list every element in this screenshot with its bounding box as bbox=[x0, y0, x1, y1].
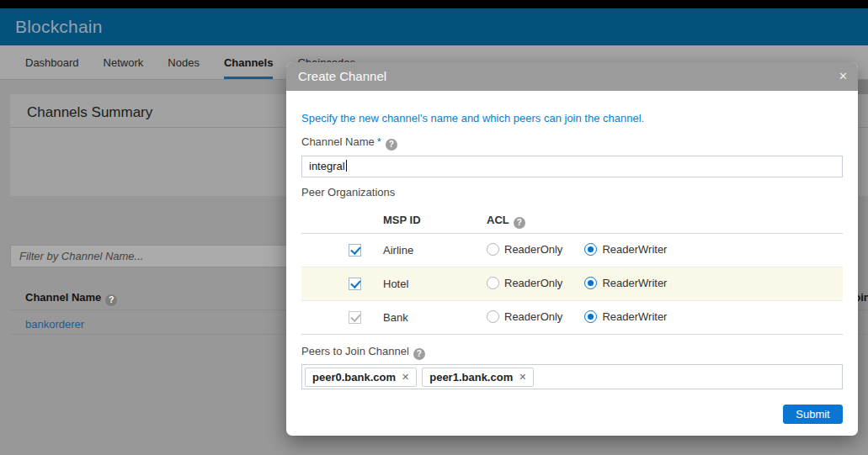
org-msp-label: Hotel bbox=[383, 278, 408, 290]
radio-readeronly[interactable] bbox=[487, 277, 499, 289]
create-channel-dialog: Create Channel ✕ Specify the new channel… bbox=[286, 62, 858, 436]
channel-name-value: integral bbox=[309, 160, 345, 172]
tab-dashboard[interactable]: Dashboard bbox=[25, 45, 79, 79]
column-header-msp-id: MSP ID bbox=[383, 214, 421, 226]
peer-tag: peer0.bank.com ✕ bbox=[305, 368, 417, 387]
tab-network[interactable]: Network bbox=[104, 45, 144, 79]
close-icon[interactable]: ✕ bbox=[839, 62, 848, 91]
peer-tag-label: peer0.bank.com bbox=[312, 371, 396, 384]
browser-top-strip bbox=[0, 0, 868, 8]
column-header-acl: ACL? bbox=[487, 214, 525, 229]
peer-organizations-table: MSP ID ACL? Airline ReaderOnly ReaderWri… bbox=[301, 209, 843, 335]
peers-to-join-label: Peers to Join Channel bbox=[301, 345, 409, 357]
org-row-hotel: Hotel ReaderOnly ReaderWriter bbox=[301, 267, 843, 301]
peer-tag: peer1.bank.com ✕ bbox=[422, 368, 534, 387]
org-table-header: MSP ID ACL? bbox=[301, 209, 843, 234]
help-icon[interactable]: ? bbox=[386, 139, 397, 151]
channel-name-label-row: Channel Name*? bbox=[301, 135, 843, 151]
app-header: Blockchain bbox=[0, 8, 868, 45]
peers-to-join-label-row: Peers to Join Channel? bbox=[301, 345, 843, 360]
channel-name-label: Channel Name bbox=[301, 135, 375, 148]
org-row-airline: Airline ReaderOnly ReaderWriter bbox=[301, 234, 843, 267]
peers-to-join-input[interactable]: peer0.bank.com ✕ peer1.bank.com ✕ bbox=[301, 364, 843, 389]
channel-link-bankorderer[interactable]: bankorderer bbox=[25, 318, 84, 331]
dialog-body: Specify the new channel's name and which… bbox=[286, 91, 858, 436]
org-checkbox-hotel[interactable] bbox=[349, 278, 361, 290]
peer-organizations-label: Peer Organizations bbox=[301, 186, 843, 198]
radio-readeronly[interactable] bbox=[487, 310, 499, 323]
app-title: Blockchain bbox=[15, 8, 103, 45]
submit-button[interactable]: Submit bbox=[783, 405, 843, 424]
org-msp-label: Airline bbox=[383, 244, 413, 257]
org-checkbox-airline[interactable] bbox=[349, 244, 361, 257]
help-icon[interactable]: ? bbox=[105, 294, 117, 306]
tab-channels[interactable]: Channels bbox=[224, 45, 274, 79]
acl-radio-group: ReaderOnly ReaderWriter bbox=[487, 310, 667, 323]
required-asterisk: * bbox=[377, 135, 381, 148]
help-icon[interactable]: ? bbox=[514, 217, 525, 229]
help-icon[interactable]: ? bbox=[413, 348, 425, 360]
radio-readerwriter[interactable] bbox=[584, 277, 597, 289]
dialog-title: Create Channel bbox=[286, 62, 858, 91]
acl-radio-group: ReaderOnly ReaderWriter bbox=[487, 277, 667, 289]
text-caret bbox=[346, 160, 347, 172]
remove-tag-icon[interactable]: ✕ bbox=[402, 372, 409, 383]
column-header-channel-name: Channel Name? bbox=[25, 291, 117, 306]
org-row-bank: Bank ReaderOnly ReaderWriter bbox=[301, 301, 843, 335]
org-checkbox-bank[interactable] bbox=[349, 311, 361, 324]
radio-readerwriter[interactable] bbox=[584, 310, 597, 323]
remove-tag-icon[interactable]: ✕ bbox=[519, 372, 526, 383]
dialog-instruction: Specify the new channel's name and which… bbox=[301, 91, 843, 124]
org-msp-label: Bank bbox=[383, 311, 408, 324]
radio-readerwriter[interactable] bbox=[584, 243, 597, 256]
peer-tag-label: peer1.bank.com bbox=[429, 371, 513, 384]
radio-readeronly[interactable] bbox=[487, 243, 499, 256]
tab-nodes[interactable]: Nodes bbox=[168, 45, 200, 79]
acl-radio-group: ReaderOnly ReaderWriter bbox=[487, 243, 667, 256]
dialog-header: Create Channel ✕ bbox=[286, 62, 858, 91]
channel-name-input[interactable]: integral bbox=[301, 156, 843, 177]
